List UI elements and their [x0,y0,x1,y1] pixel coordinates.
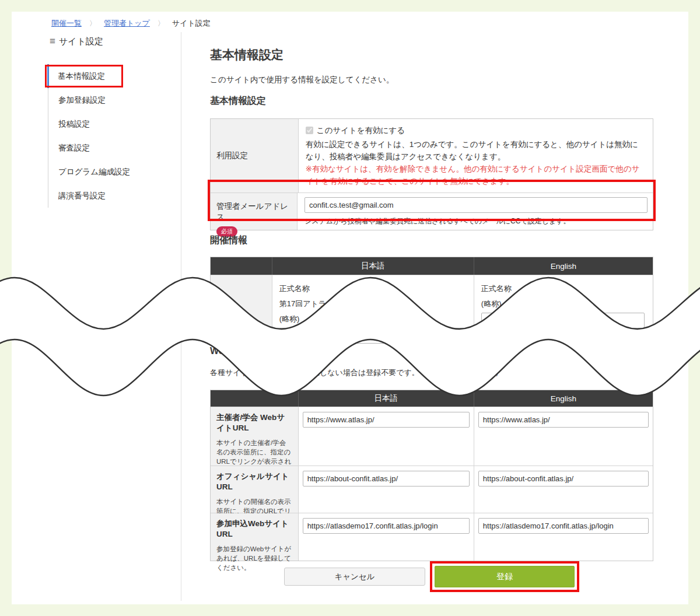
event-name-en-cell: 正式名称 (略称) [474,275,653,340]
sidebar-title-label: サイト設定 [59,36,103,47]
page-title: 基本情報設定 [210,47,284,63]
official-site-url-en-cell [474,466,653,513]
official-name-label-en: 正式名称 [481,281,646,296]
site-active-checkbox[interactable] [306,127,313,134]
official-site-url-label-cell: オフィシャルサイトURL 本サイトの開催名の表示箇所に、指定のURLでリンクが設… [211,466,298,513]
event-header-english: English [474,257,653,275]
official-site-url-jp-cell [298,466,474,513]
admin-email-label-cell: 管理者メールアドレス 必須 [211,193,297,230]
menu-icon: ≡ [50,36,55,47]
usage-setting-description: 有効に設定できるサイトは、1つのみです。このサイトを有効にすると、他のサイトは無… [306,138,646,163]
admin-email-cell: システムから投稿者や編集委員宛に送信されるすべてのメールにCCで設定します。 [297,193,653,230]
sidebar-item-review-settings[interactable]: 審査設定 [48,136,170,160]
web-section-heading: Webサ [210,345,239,358]
usage-setting-warning: ※有効なサイトは、有効を解除できません。他の有効にするサイトのサイト設定画面で他… [306,163,646,187]
breadcrumb-link-admin-top[interactable]: 管理者トップ [104,18,150,29]
official-site-url-input-en[interactable] [478,471,649,487]
web-header-japanese: 日本語 [298,390,474,407]
web-section-desc-fragment-2: 設定しない場合は登録不要です。（h [304,368,431,378]
basic-settings-table: 利用設定 このサイトを有効にする 有効に設定できるサイトは、1つのみです。このサ… [210,118,653,230]
sidebar-title: ≡ サイト設定 [50,36,103,47]
registration-url-jp-cell [298,513,474,561]
short-name-input-en[interactable] [481,313,645,328]
admin-email-row: 管理者メールアドレス 必須 システムから投稿者や編集委員宛に送信されるすべてのメ… [211,192,653,230]
organizer-url-en-cell [474,407,653,466]
basic-section-heading: 基本情報設定 [210,95,266,107]
registration-url-en-cell [474,513,653,561]
event-info-table: 日本語 English 正式名称 第17回アトラス (略称) 正式名称 (略称) [210,257,653,340]
short-name-label-jp: (略称) [279,312,467,327]
official-site-url-row: オフィシャルサイトURL 本サイトの開催名の表示箇所に、指定のURLでリンクが設… [211,466,653,513]
organizer-url-input-en[interactable] [478,412,649,428]
usage-setting-row: 利用設定 このサイトを有効にする 有効に設定できるサイトは、1つのみです。このサ… [211,119,653,192]
web-url-table: 日本語 English 主催者/学会 WebサイトURL 本サイトの主催者/学会… [210,390,653,561]
admin-email-input[interactable] [304,197,648,213]
admin-email-helper: システムから投稿者や編集委員宛に送信されるすべてのメールにCCで設定します。 [304,215,646,228]
official-site-url-label: オフィシャルサイトURL [216,471,292,492]
web-header-english: English [474,390,653,407]
official-name-value-jp: 第17回アトラス [279,296,467,312]
registration-url-row: 参加申込WebサイトURL 参加登録のWebサイトがあれば、URLを登録してくだ… [211,513,653,561]
registration-url-input-en[interactable] [478,518,649,534]
organizer-url-label-cell: 主催者/学会 WebサイトURL 本サイトの主催者/学会名の表示箇所に、指定のU… [211,407,298,466]
chevron-right-icon: 〉 [158,19,164,29]
submit-button[interactable]: 登録 [435,566,575,587]
cancel-button[interactable]: キャンセル [284,568,425,586]
breadcrumb-current: サイト設定 [172,18,211,29]
official-site-url-input-jp[interactable] [303,471,470,487]
web-section-desc-fragment-1: 各種サイトのUR [210,368,267,378]
site-active-checkbox-label: このサイトを有効にする [317,124,405,136]
registration-url-helper: 参加登録のWebサイトがあれば、URLを登録してください。 [216,544,292,572]
sidebar-item-program-settings[interactable]: プログラム編成設定 [48,160,170,184]
web-table-header: 日本語 English [211,390,653,407]
event-header-japanese: 日本語 [272,257,474,275]
organizer-url-row: 主催者/学会 WebサイトURL 本サイトの主催者/学会名の表示箇所に、指定のU… [211,407,653,466]
event-name-jp-cell: 正式名称 第17回アトラス (略称) [272,275,474,340]
official-name-label-jp: 正式名称 [279,281,467,296]
web-section-desc-fragment-3: てください） [456,368,503,378]
site-settings-page: { "colors": { "background": "#f2f7e3", "… [0,0,700,616]
sidebar-item-lecture-number-settings[interactable]: 講演番号設定 [48,184,170,208]
sidebar-divider [181,32,181,601]
usage-setting-value: このサイトを有効にする 有効に設定できるサイトは、1つのみです。このサイトを有効… [298,119,653,192]
chevron-right-icon: 〉 [89,19,96,29]
web-header-blank [211,390,298,407]
admin-email-label: 管理者メールアドレス [216,201,291,222]
sidebar-item-registration-settings[interactable]: 参加登録設定 [48,88,170,112]
event-name-label-cell [211,275,272,340]
registration-url-label: 参加申込WebサイトURL [216,519,292,540]
organizer-url-label: 主催者/学会 WebサイトURL [216,412,292,433]
organizer-url-jp-cell [298,407,474,466]
short-name-input-jp[interactable] [279,328,466,344]
event-header-blank [211,257,272,275]
sidebar-item-basic-settings[interactable]: 基本情報設定 [47,64,170,88]
page-description: このサイト内で使用する情報を設定してください。 [210,75,394,85]
event-name-row: 正式名称 第17回アトラス (略称) 正式名称 (略称) [211,275,653,340]
sidebar-menu: 基本情報設定 参加登録設定 投稿設定 審査設定 プログラム編成設定 講演番号設定 [48,64,170,208]
usage-setting-label: 利用設定 [211,119,298,192]
event-table-header: 日本語 English [211,257,653,275]
breadcrumb: 開催一覧 〉 管理者トップ 〉 サイト設定 [51,18,211,29]
event-section-heading: 開催情報 [210,235,247,247]
registration-url-label-cell: 参加申込WebサイトURL 参加登録のWebサイトがあれば、URLを登録してくだ… [211,513,298,561]
short-name-label-en: (略称) [481,296,646,312]
breadcrumb-link-event-list[interactable]: 開催一覧 [51,18,82,29]
organizer-url-input-jp[interactable] [303,412,470,428]
sidebar-item-post-settings[interactable]: 投稿設定 [48,112,170,136]
registration-url-input-jp[interactable] [303,518,470,534]
